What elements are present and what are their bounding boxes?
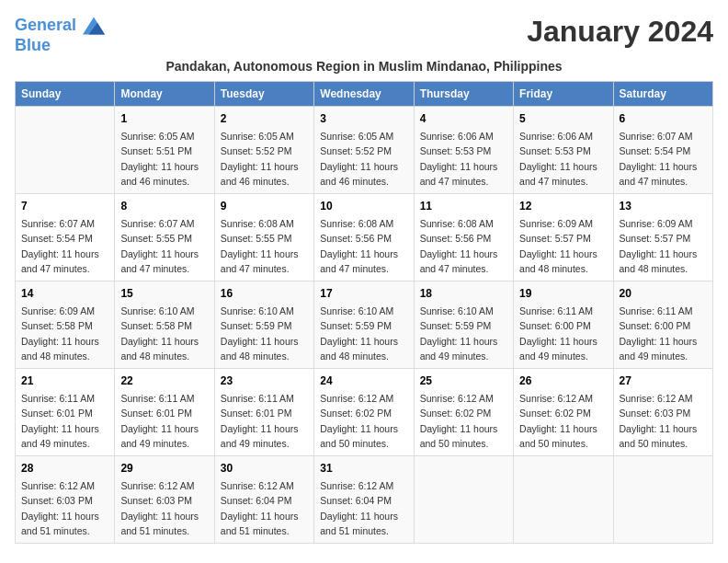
day-info: Sunrise: 6:08 AMSunset: 5:56 PMDaylight:… — [320, 218, 398, 275]
calendar-cell: 26 Sunrise: 6:12 AMSunset: 6:02 PMDaylig… — [514, 368, 613, 455]
week-row-4: 28 Sunrise: 6:12 AMSunset: 6:03 PMDaylig… — [16, 455, 713, 543]
day-number: 16 — [221, 285, 308, 302]
header-friday: Friday — [514, 81, 613, 106]
header-sunday: Sunday — [16, 81, 115, 106]
day-number: 15 — [120, 285, 208, 302]
calendar-cell: 2 Sunrise: 6:05 AMSunset: 5:52 PMDayligh… — [214, 106, 313, 193]
day-number: 1 — [120, 110, 208, 127]
day-info: Sunrise: 6:06 AMSunset: 5:53 PMDaylight:… — [519, 131, 597, 188]
calendar-table: SundayMondayTuesdayWednesdayThursdayFrid… — [15, 81, 713, 544]
calendar-cell: 4 Sunrise: 6:06 AMSunset: 5:53 PMDayligh… — [414, 106, 513, 193]
day-info: Sunrise: 6:05 AMSunset: 5:52 PMDaylight:… — [221, 131, 299, 188]
week-row-1: 7 Sunrise: 6:07 AMSunset: 5:54 PMDayligh… — [16, 193, 713, 281]
header-saturday: Saturday — [613, 81, 712, 106]
calendar-cell: 14 Sunrise: 6:09 AMSunset: 5:58 PMDaylig… — [16, 281, 115, 368]
day-number: 31 — [320, 460, 407, 477]
day-number: 18 — [420, 285, 507, 302]
day-number: 19 — [519, 285, 607, 302]
day-number: 5 — [519, 110, 607, 127]
calendar-cell: 16 Sunrise: 6:10 AMSunset: 5:59 PMDaylig… — [214, 281, 313, 368]
page-header: General Blue January 2024 — [15, 15, 713, 55]
day-number: 23 — [221, 373, 308, 389]
header-tuesday: Tuesday — [214, 81, 313, 106]
day-info: Sunrise: 6:12 AMSunset: 6:04 PMDaylight:… — [221, 480, 299, 537]
day-info: Sunrise: 6:11 AMSunset: 6:00 PMDaylight:… — [620, 305, 698, 362]
day-info: Sunrise: 6:09 AMSunset: 5:58 PMDaylight:… — [21, 305, 99, 362]
calendar-cell: 13 Sunrise: 6:09 AMSunset: 5:57 PMDaylig… — [613, 193, 712, 281]
day-info: Sunrise: 6:07 AMSunset: 5:55 PMDaylight:… — [120, 218, 199, 275]
day-info: Sunrise: 6:11 AMSunset: 6:01 PMDaylight:… — [21, 393, 99, 450]
calendar-cell: 9 Sunrise: 6:08 AMSunset: 5:55 PMDayligh… — [214, 193, 313, 281]
day-info: Sunrise: 6:12 AMSunset: 6:03 PMDaylight:… — [120, 480, 199, 537]
week-row-3: 21 Sunrise: 6:11 AMSunset: 6:01 PMDaylig… — [16, 368, 713, 455]
month-title: January 2024 — [527, 15, 713, 49]
calendar-cell — [414, 455, 513, 543]
calendar-cell: 30 Sunrise: 6:12 AMSunset: 6:04 PMDaylig… — [214, 455, 313, 543]
calendar-cell — [16, 106, 115, 193]
day-info: Sunrise: 6:11 AMSunset: 6:01 PMDaylight:… — [221, 393, 299, 450]
day-number: 9 — [221, 198, 308, 214]
day-number: 12 — [519, 198, 607, 214]
header-wednesday: Wednesday — [314, 81, 414, 106]
calendar-cell: 29 Sunrise: 6:12 AMSunset: 6:03 PMDaylig… — [115, 455, 214, 543]
calendar-cell: 22 Sunrise: 6:11 AMSunset: 6:01 PMDaylig… — [115, 368, 214, 455]
week-row-2: 14 Sunrise: 6:09 AMSunset: 5:58 PMDaylig… — [16, 281, 713, 368]
day-info: Sunrise: 6:05 AMSunset: 5:52 PMDaylight:… — [320, 131, 398, 188]
day-info: Sunrise: 6:05 AMSunset: 5:51 PMDaylight:… — [120, 131, 199, 188]
header-monday: Monday — [115, 81, 214, 106]
day-number: 29 — [120, 460, 208, 477]
day-number: 14 — [21, 285, 108, 302]
calendar-cell: 6 Sunrise: 6:07 AMSunset: 5:54 PMDayligh… — [613, 106, 712, 193]
calendar-header-row: SundayMondayTuesdayWednesdayThursdayFrid… — [16, 81, 713, 106]
day-number: 2 — [221, 110, 308, 127]
day-info: Sunrise: 6:12 AMSunset: 6:04 PMDaylight:… — [320, 480, 398, 537]
day-number: 3 — [320, 110, 407, 127]
calendar-cell: 15 Sunrise: 6:10 AMSunset: 5:58 PMDaylig… — [115, 281, 214, 368]
calendar-cell: 5 Sunrise: 6:06 AMSunset: 5:53 PMDayligh… — [514, 106, 613, 193]
day-info: Sunrise: 6:07 AMSunset: 5:54 PMDaylight:… — [620, 131, 698, 188]
day-number: 7 — [21, 198, 108, 214]
day-info: Sunrise: 6:09 AMSunset: 5:57 PMDaylight:… — [620, 218, 698, 275]
day-info: Sunrise: 6:09 AMSunset: 5:57 PMDaylight:… — [519, 218, 597, 275]
day-info: Sunrise: 6:12 AMSunset: 6:03 PMDaylight:… — [21, 480, 99, 537]
calendar-cell: 7 Sunrise: 6:07 AMSunset: 5:54 PMDayligh… — [16, 193, 115, 281]
day-number: 30 — [221, 460, 308, 477]
day-number: 4 — [420, 110, 507, 127]
day-info: Sunrise: 6:12 AMSunset: 6:03 PMDaylight:… — [620, 393, 698, 450]
calendar-cell: 19 Sunrise: 6:11 AMSunset: 6:00 PMDaylig… — [514, 281, 613, 368]
calendar-cell: 18 Sunrise: 6:10 AMSunset: 5:59 PMDaylig… — [414, 281, 513, 368]
day-number: 26 — [519, 373, 607, 389]
calendar-cell — [613, 455, 712, 543]
calendar-cell: 31 Sunrise: 6:12 AMSunset: 6:04 PMDaylig… — [314, 455, 414, 543]
calendar-cell: 8 Sunrise: 6:07 AMSunset: 5:55 PMDayligh… — [115, 193, 214, 281]
day-number: 20 — [620, 285, 707, 302]
day-info: Sunrise: 6:10 AMSunset: 5:58 PMDaylight:… — [120, 305, 199, 362]
calendar-cell: 1 Sunrise: 6:05 AMSunset: 5:51 PMDayligh… — [115, 106, 214, 193]
calendar-cell: 12 Sunrise: 6:09 AMSunset: 5:57 PMDaylig… — [514, 193, 613, 281]
header-thursday: Thursday — [414, 81, 513, 106]
day-number: 24 — [320, 373, 407, 389]
day-number: 17 — [320, 285, 407, 302]
day-number: 8 — [120, 198, 208, 214]
calendar-cell: 3 Sunrise: 6:05 AMSunset: 5:52 PMDayligh… — [314, 106, 414, 193]
day-info: Sunrise: 6:11 AMSunset: 6:00 PMDaylight:… — [519, 305, 597, 362]
calendar-cell: 27 Sunrise: 6:12 AMSunset: 6:03 PMDaylig… — [613, 368, 712, 455]
day-info: Sunrise: 6:08 AMSunset: 5:56 PMDaylight:… — [420, 218, 498, 275]
calendar-cell: 25 Sunrise: 6:12 AMSunset: 6:02 PMDaylig… — [414, 368, 513, 455]
day-number: 13 — [620, 198, 707, 214]
day-info: Sunrise: 6:08 AMSunset: 5:55 PMDaylight:… — [221, 218, 299, 275]
day-info: Sunrise: 6:12 AMSunset: 6:02 PMDaylight:… — [420, 393, 498, 450]
day-info: Sunrise: 6:12 AMSunset: 6:02 PMDaylight:… — [519, 393, 597, 450]
day-info: Sunrise: 6:10 AMSunset: 5:59 PMDaylight:… — [320, 305, 398, 362]
calendar-cell: 10 Sunrise: 6:08 AMSunset: 5:56 PMDaylig… — [314, 193, 414, 281]
day-number: 11 — [420, 198, 507, 214]
day-info: Sunrise: 6:10 AMSunset: 5:59 PMDaylight:… — [221, 305, 299, 362]
calendar-cell: 24 Sunrise: 6:12 AMSunset: 6:02 PMDaylig… — [314, 368, 414, 455]
logo: General Blue — [15, 15, 105, 55]
location-subtitle: Pandakan, Autonomous Region in Muslim Mi… — [15, 59, 713, 74]
logo-blue: Blue — [15, 37, 105, 55]
calendar-cell: 23 Sunrise: 6:11 AMSunset: 6:01 PMDaylig… — [214, 368, 313, 455]
day-number: 27 — [620, 373, 707, 389]
calendar-cell: 21 Sunrise: 6:11 AMSunset: 6:01 PMDaylig… — [16, 368, 115, 455]
week-row-0: 1 Sunrise: 6:05 AMSunset: 5:51 PMDayligh… — [16, 106, 713, 193]
